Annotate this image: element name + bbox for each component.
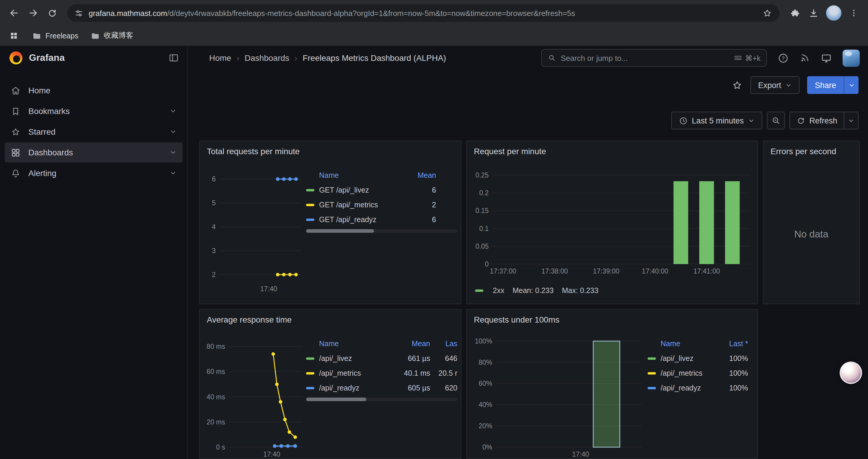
- bell-icon: [11, 168, 21, 178]
- svg-text:60 ms: 60 ms: [207, 368, 225, 375]
- sidebar-item-alerting[interactable]: Alerting: [5, 163, 183, 183]
- legend-scrollbar[interactable]: [306, 229, 457, 233]
- address-bar[interactable]: grafana.mathmast.com/d/deytv4rwavabkb/fr…: [67, 4, 779, 22]
- bookmark-star-icon[interactable]: [762, 8, 772, 18]
- series-swatch: [648, 387, 656, 389]
- bookmark-folder-blog[interactable]: 收藏博客: [90, 31, 133, 41]
- chevron-down-icon[interactable]: [169, 149, 177, 156]
- sidebar-item-starred[interactable]: Starred: [5, 122, 183, 142]
- legend-col-name[interactable]: Name: [660, 340, 715, 348]
- forward-button[interactable]: [25, 5, 41, 21]
- series-swatch: [648, 357, 656, 359]
- chevron-down-icon[interactable]: [169, 107, 177, 114]
- panel-title[interactable]: Request per minute: [474, 146, 546, 156]
- sidebar-item-home[interactable]: Home: [5, 80, 183, 100]
- legend: 2xx Mean: 0.233 Max: 0.233: [475, 287, 598, 295]
- series-swatch: [306, 203, 314, 206]
- panel-title[interactable]: Average response time: [207, 315, 291, 324]
- user-avatar[interactable]: [843, 49, 860, 66]
- brand-row: Grafana: [0, 46, 187, 70]
- under-100ms-chart[interactable]: 100%80%60%40%20%0%17:40: [470, 331, 645, 459]
- floating-avatar[interactable]: [840, 362, 862, 384]
- legend-row[interactable]: /api/_metrics 40.1 ms 20.5 r: [306, 366, 457, 381]
- browser-menu-icon[interactable]: [845, 5, 862, 21]
- svg-text:5: 5: [212, 199, 216, 207]
- screen: grafana.mathmast.com/d/deytv4rwavabkb/fr…: [0, 0, 868, 459]
- search-input[interactable]: [561, 54, 729, 62]
- legend-mean: Mean: 0.233: [513, 287, 554, 295]
- time-range-picker[interactable]: Last 5 minutes: [671, 112, 762, 129]
- legend-col-name[interactable]: Name: [319, 171, 399, 179]
- rss-icon[interactable]: [800, 53, 810, 63]
- help-icon[interactable]: ?: [778, 52, 789, 64]
- legend-row[interactable]: /api/_readyz 100%: [648, 381, 754, 395]
- search-box[interactable]: ⌘+k: [541, 49, 767, 67]
- extensions-icon[interactable]: [786, 5, 803, 21]
- total-requests-chart[interactable]: 6543217:40: [202, 165, 306, 299]
- bookmark-folder-freeleaps[interactable]: Freeleaps: [32, 31, 78, 40]
- monitor-icon[interactable]: [821, 52, 832, 64]
- legend-row[interactable]: GET /api/_livez 6: [306, 183, 457, 197]
- svg-text:0: 0: [485, 260, 489, 268]
- reload-button[interactable]: [44, 5, 60, 21]
- svg-text:17:40: 17:40: [260, 285, 277, 293]
- bookmark-label: Freeleaps: [45, 32, 78, 40]
- legend-scrollbar[interactable]: [306, 398, 457, 401]
- brand-name: Grafana: [29, 53, 65, 63]
- dock-menu-icon[interactable]: [168, 53, 179, 63]
- svg-text:17:38:00: 17:38:00: [541, 267, 568, 275]
- shortcut-hint: ⌘+k: [734, 54, 761, 62]
- apps-grid-icon[interactable]: [7, 29, 20, 42]
- url-text[interactable]: grafana.mathmast.com/d/deytv4rwavabkb/fr…: [89, 8, 757, 18]
- no-data-message: No data: [764, 165, 859, 304]
- breadcrumb-home[interactable]: Home: [209, 53, 231, 63]
- legend-row[interactable]: /api/_livez 661 µs 646: [306, 351, 457, 366]
- export-button[interactable]: Export: [750, 76, 800, 94]
- legend-col-name[interactable]: Name: [319, 340, 394, 348]
- site-settings-icon[interactable]: [74, 8, 83, 18]
- sidebar-item-label: Starred: [28, 127, 56, 136]
- refresh-button[interactable]: Refresh: [790, 112, 844, 129]
- panel-title[interactable]: Errors per second: [771, 146, 836, 156]
- browser-profile-avatar[interactable]: [826, 5, 841, 21]
- refresh-interval-caret[interactable]: [844, 112, 858, 129]
- svg-text:20 ms: 20 ms: [207, 418, 225, 426]
- series-swatch: [475, 290, 483, 292]
- breadcrumb-dashboards[interactable]: Dashboards: [245, 53, 289, 63]
- chevron-down-icon[interactable]: [169, 169, 177, 177]
- svg-text:20%: 20%: [478, 422, 492, 430]
- panel-title[interactable]: Total requests per minute: [207, 146, 300, 156]
- favorite-star-icon[interactable]: [732, 79, 743, 91]
- breadcrumb-current[interactable]: Freeleaps Metrics Dashboard (ALPHA): [303, 53, 446, 63]
- panel-average-response-time: Average response time 80 ms60 ms40 ms20 …: [199, 309, 462, 459]
- back-button[interactable]: [6, 5, 23, 21]
- grafana-logo[interactable]: [9, 52, 23, 64]
- legend-row[interactable]: /api/_livez 100%: [648, 351, 754, 366]
- legend-col-mean[interactable]: Mean: [394, 340, 430, 348]
- svg-text:100%: 100%: [475, 337, 492, 345]
- legend-row[interactable]: GET /api/_metrics 2: [306, 197, 457, 212]
- legend-row[interactable]: /api/_metrics 100%: [648, 366, 754, 381]
- legend-col-last[interactable]: Las: [430, 340, 457, 348]
- zoom-out-button[interactable]: [767, 112, 784, 129]
- share-menu-caret[interactable]: [844, 76, 859, 94]
- legend-series-2xx[interactable]: 2xx: [475, 287, 504, 295]
- sidebar-item-bookmarks[interactable]: Bookmarks: [5, 101, 183, 121]
- series-swatch: [306, 357, 314, 359]
- chevron-down-icon[interactable]: [169, 128, 177, 135]
- sidebar-item-dashboards[interactable]: Dashboards: [5, 142, 183, 162]
- time-controls: Last 5 minutes Refresh: [188, 105, 868, 136]
- average-response-chart[interactable]: 80 ms60 ms40 ms20 ms0 s17:40: [202, 331, 306, 459]
- grafana-topnav: Home › Dashboards › Freeleaps Metrics Da…: [188, 46, 868, 70]
- panel-title[interactable]: Requests under 100ms: [474, 315, 560, 324]
- bookmark-label: 收藏博客: [104, 31, 133, 41]
- legend-row[interactable]: GET /api/_readyz 6: [306, 212, 457, 227]
- downloads-icon[interactable]: [805, 5, 822, 21]
- legend-max: Max: 0.233: [562, 287, 598, 295]
- share-button[interactable]: Share: [807, 76, 859, 94]
- legend-col-last[interactable]: Last *: [715, 340, 748, 348]
- grafana-app: Grafana Home Bookmarks Starred: [0, 46, 868, 459]
- request-per-minute-chart[interactable]: 0.250.20.150.10.05017:37:0017:38:0017:39…: [470, 165, 755, 283]
- legend-row[interactable]: /api/_readyz 605 µs 620: [306, 381, 457, 395]
- legend-col-mean[interactable]: Mean: [399, 171, 436, 179]
